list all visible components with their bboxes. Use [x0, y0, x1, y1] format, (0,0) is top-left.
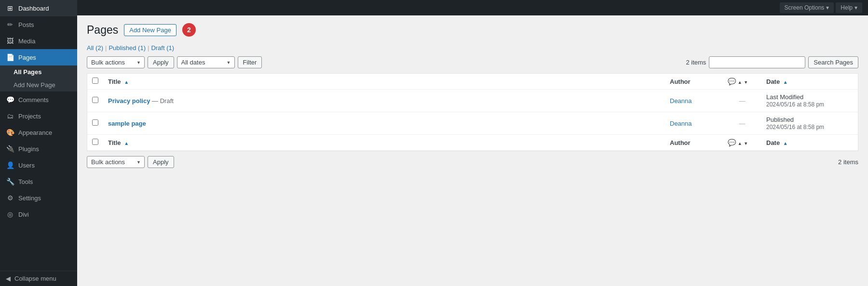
sidebar-item-comments[interactable]: 💬 Comments	[0, 91, 77, 108]
settings-icon: ⚙	[6, 194, 14, 202]
sidebar-item-label: Projects	[18, 113, 41, 120]
footer-title-col[interactable]: Title ▲	[103, 135, 665, 151]
bottom-apply-button[interactable]: Apply	[148, 156, 174, 168]
page-header: Pages Add New Page 2	[87, 23, 858, 37]
footer-date-sort-icon: ▲	[783, 141, 788, 146]
collapse-label: Collapse menu	[14, 275, 56, 282]
screen-options-button[interactable]: Screen Options ▾	[780, 2, 834, 13]
filter-links: All (2) | Published (1) | Draft (1)	[87, 44, 858, 52]
bottom-bulk-actions-select[interactable]: Bulk actions	[87, 156, 145, 168]
sidebar-item-add-new-page[interactable]: Add New Page	[0, 78, 77, 91]
footer-author-col: Author	[665, 135, 723, 151]
filter-published-link[interactable]: Published (1)	[108, 44, 146, 52]
author-link[interactable]: Deanna	[670, 97, 692, 104]
add-new-page-label: Add New Page	[14, 81, 55, 89]
screen-options-label: Screen Options	[785, 4, 825, 11]
filter-button[interactable]: Filter	[238, 56, 262, 68]
pages-table: Title ▲ Author 💬 ▲ ▼ Date	[87, 74, 858, 151]
items-count-top: 2 items	[686, 59, 706, 66]
projects-icon: 🗂	[6, 112, 14, 120]
header-date-col[interactable]: Date ▲	[761, 74, 858, 90]
dashboard-icon: ⊞	[6, 4, 14, 13]
sidebar-item-label: Plugins	[18, 145, 39, 153]
header-title-col[interactable]: Title ▲	[103, 74, 665, 90]
bottom-bulk-actions-select-wrap: Bulk actions	[87, 156, 145, 168]
help-chevron-icon: ▾	[854, 4, 857, 11]
date-value: 2024/05/16 at 8:58 pm	[766, 124, 824, 130]
sidebar-item-projects[interactable]: 🗂 Projects	[0, 108, 77, 124]
date-filter-select[interactable]: All dates	[177, 56, 235, 68]
table-row: sample page Deanna — Published 2024/05/1…	[87, 112, 858, 135]
sidebar-item-settings[interactable]: ⚙ Settings	[0, 190, 77, 206]
page-title: Pages	[87, 24, 118, 37]
main-content: Screen Options ▾ Help ▾ Pages Add New Pa…	[77, 0, 868, 286]
table-header-row: Title ▲ Author 💬 ▲ ▼ Date	[87, 74, 858, 90]
header-comments-col: 💬 ▲ ▼	[723, 74, 761, 90]
help-label: Help	[841, 4, 853, 11]
draft-label: — Draft	[152, 97, 174, 104]
sidebar-item-plugins[interactable]: 🔌 Plugins	[0, 141, 77, 157]
collapse-icon: ◀	[6, 275, 11, 282]
divi-icon: ◎	[6, 210, 14, 219]
filter-draft-link[interactable]: Draft (1)	[151, 44, 174, 52]
users-icon: 👤	[6, 161, 14, 169]
search-input[interactable]	[709, 56, 805, 68]
comments-value: —	[739, 120, 746, 127]
pages-table-container: Title ▲ Author 💬 ▲ ▼ Date	[87, 73, 858, 151]
sidebar-item-dashboard[interactable]: ⊞ Dashboard	[0, 0, 77, 16]
sidebar-item-tools[interactable]: 🔧 Tools	[0, 173, 77, 190]
filter-all-link[interactable]: All (2)	[87, 44, 103, 52]
apply-button[interactable]: Apply	[148, 56, 174, 68]
plugins-icon: 🔌	[6, 144, 14, 153]
footer-title-sort-icon: ▲	[124, 141, 129, 146]
date-value: 2024/05/16 at 8:58 pm	[766, 101, 824, 108]
new-badge: 2	[182, 23, 196, 37]
sidebar-item-label: Media	[18, 38, 35, 45]
footer-comments-col: 💬 ▲ ▼	[723, 135, 761, 151]
table-footer-header-row: Title ▲ Author 💬 ▲ ▼ Date	[87, 135, 858, 151]
sidebar-item-divi[interactable]: ◎ Divi	[0, 206, 77, 222]
sidebar-item-label: Settings	[18, 195, 41, 202]
collapse-menu-button[interactable]: ◀ Collapse menu	[0, 271, 77, 286]
pages-icon: 📄	[6, 53, 14, 62]
sidebar-item-media[interactable]: 🖼 Media	[0, 33, 77, 49]
table-row: Privacy policy — Draft Deanna — Last Mod…	[87, 90, 858, 112]
help-button[interactable]: Help ▾	[836, 2, 862, 13]
tools-icon: 🔧	[6, 177, 14, 186]
sidebar-item-label: Users	[18, 162, 35, 169]
row-checkbox[interactable]	[92, 119, 98, 126]
search-pages-button[interactable]: Search Pages	[808, 56, 858, 68]
filter-sep-2: |	[148, 44, 149, 52]
bulk-actions-select[interactable]: Bulk actions	[87, 56, 145, 68]
row-checkbox[interactable]	[92, 97, 98, 103]
page-title-link[interactable]: Privacy policy	[108, 97, 150, 104]
date-status: Last Modified	[766, 93, 803, 101]
appearance-icon: 🎨	[6, 128, 14, 137]
all-pages-label: All Pages	[14, 68, 42, 76]
header-author-col: Author	[665, 74, 723, 90]
sidebar-item-label: Pages	[18, 54, 36, 61]
date-filter-select-wrap: All dates	[177, 56, 235, 68]
top-toolbar: Bulk actions Apply All dates Filter 2 it…	[87, 56, 858, 68]
sidebar-item-label: Posts	[18, 21, 34, 28]
items-count-bottom: 2 items	[838, 158, 858, 166]
select-all-checkbox[interactable]	[92, 78, 98, 84]
comments-icon: 💬	[6, 95, 14, 104]
page-title-link[interactable]: sample page	[108, 120, 146, 127]
add-new-page-button-label: Add New Page	[129, 26, 171, 34]
sidebar-item-posts[interactable]: ✏ Posts	[0, 16, 77, 33]
sidebar-item-users[interactable]: 👤 Users	[0, 157, 77, 173]
footer-date-col[interactable]: Date ▲	[761, 135, 858, 151]
date-status: Published	[766, 116, 794, 123]
sidebar-item-appearance[interactable]: 🎨 Appearance	[0, 124, 77, 141]
comments-value: —	[739, 97, 746, 104]
date-sort-icon: ▲	[783, 79, 788, 85]
footer-comment-sort-up: ▲	[738, 141, 742, 146]
sidebar-pages-submenu: All Pages Add New Page	[0, 65, 77, 91]
sidebar-item-pages[interactable]: 📄 Pages	[0, 49, 77, 65]
sidebar-item-all-pages[interactable]: All Pages	[0, 65, 77, 78]
bottom-toolbar: Bulk actions Apply 2 items	[87, 156, 858, 168]
add-new-page-button[interactable]: Add New Page	[124, 24, 176, 36]
author-link[interactable]: Deanna	[670, 120, 692, 127]
select-all-checkbox-bottom[interactable]	[92, 139, 98, 145]
